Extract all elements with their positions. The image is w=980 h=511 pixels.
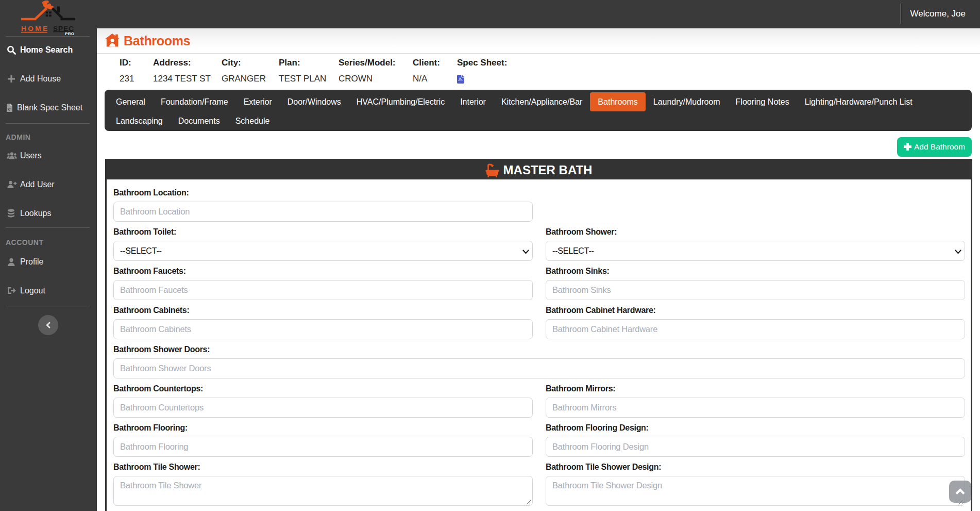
svg-text:HOME: HOME	[21, 25, 47, 32]
svg-text:SPEC: SPEC	[53, 25, 74, 32]
svg-text:PRO: PRO	[65, 31, 74, 36]
